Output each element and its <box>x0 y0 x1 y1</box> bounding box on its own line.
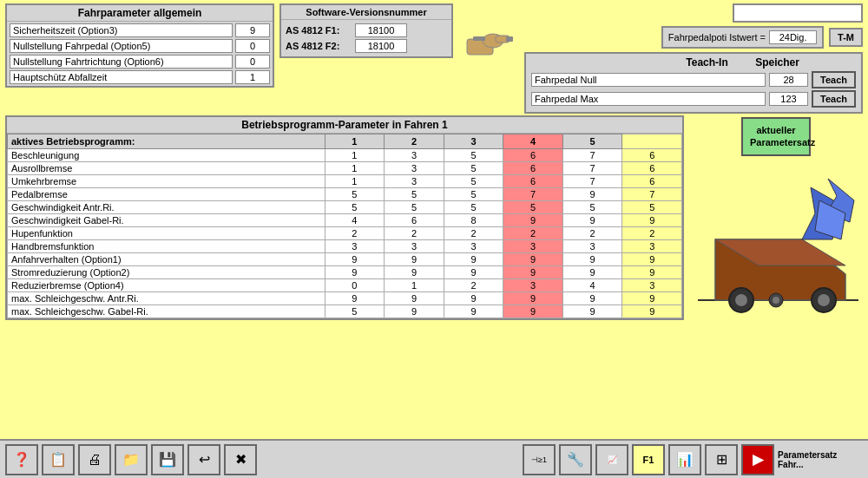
cell-1-3[interactable]: 6 <box>503 162 563 175</box>
cell-7-3[interactable]: 3 <box>503 240 563 253</box>
cell-6-1[interactable]: 2 <box>385 227 444 240</box>
cell-4-3[interactable]: 5 <box>503 201 563 214</box>
cell-0-1[interactable]: 3 <box>385 149 444 162</box>
cell-10-0[interactable]: 0 <box>325 279 385 292</box>
fahrparameter-box: Fahrparameter allgemein Sicherheitszeit … <box>5 3 274 88</box>
cell-6-0[interactable]: 2 <box>325 227 385 240</box>
cell-1-2[interactable]: 5 <box>444 162 503 175</box>
f1-button[interactable]: F1 <box>632 444 665 475</box>
cell-0-4[interactable]: 7 <box>562 149 622 162</box>
back-button[interactable]: ↩ <box>187 444 220 475</box>
cell-11-4[interactable]: 9 <box>562 292 622 305</box>
document-icon: 📋 <box>49 451 67 468</box>
cell-5-3[interactable]: 9 <box>503 214 563 227</box>
cell-3-4[interactable]: 9 <box>562 188 622 201</box>
help-button[interactable]: ❓ <box>5 444 38 475</box>
cell-9-3[interactable]: 9 <box>503 266 563 279</box>
cell-5-1[interactable]: 6 <box>385 214 444 227</box>
cancel-button[interactable]: ✖ <box>224 444 257 475</box>
row-label-1: Ausrollbremse <box>8 162 326 175</box>
cell-7-4[interactable]: 3 <box>562 240 622 253</box>
cell-3-3[interactable]: 7 <box>503 188 563 201</box>
cell-12-4[interactable]: 9 <box>562 305 622 318</box>
cell-11-3[interactable]: 9 <box>503 292 563 305</box>
cell-8-4[interactable]: 9 <box>562 253 622 266</box>
cancel-icon: ✖ <box>235 451 247 468</box>
cell-7-0[interactable]: 3 <box>325 240 385 253</box>
top-display-input[interactable] <box>733 3 863 23</box>
cell-0-2[interactable]: 5 <box>444 149 503 162</box>
save-icon: 💾 <box>159 451 176 468</box>
cell-9-1[interactable]: 9 <box>385 266 444 279</box>
teach-button-1[interactable]: Teach <box>812 90 856 108</box>
cell-11-0[interactable]: 9 <box>325 292 385 305</box>
cell-12-0[interactable]: 5 <box>325 305 385 318</box>
cell-5-4[interactable]: 9 <box>562 214 622 227</box>
teach-button-0[interactable]: Teach <box>812 71 856 88</box>
cell-3-1[interactable]: 5 <box>385 188 444 201</box>
cell-12-1[interactable]: 9 <box>385 305 444 318</box>
chart-button[interactable]: 📈 <box>595 444 628 475</box>
cell-2-4[interactable]: 7 <box>562 175 622 188</box>
cell-2-1[interactable]: 3 <box>385 175 444 188</box>
cell-8-3[interactable]: 9 <box>503 253 563 266</box>
cell-6-2[interactable]: 2 <box>444 227 503 240</box>
cell-2-2[interactable]: 5 <box>444 175 503 188</box>
cell-7-1[interactable]: 3 <box>385 240 444 253</box>
cell-4-2[interactable]: 5 <box>444 201 503 214</box>
cell-2-0[interactable]: 1 <box>325 175 385 188</box>
cell-5-2[interactable]: 8 <box>444 214 503 227</box>
cell-4-4[interactable]: 5 <box>562 201 622 214</box>
cell-9-0[interactable]: 9 <box>325 266 385 279</box>
cell-10-1[interactable]: 1 <box>385 279 444 292</box>
cell-9-4[interactable]: 9 <box>562 266 622 279</box>
wrench-button[interactable]: 🔧 <box>559 444 592 475</box>
cell-11-1[interactable]: 9 <box>385 292 444 305</box>
cell-8-0[interactable]: 9 <box>325 253 385 266</box>
cell-1-1[interactable]: 3 <box>385 162 444 175</box>
teach-row-0: Fahrpedal Null 28 Teach <box>531 71 856 88</box>
cell-0-3[interactable]: 6 <box>503 149 563 162</box>
cell-5-0[interactable]: 4 <box>325 214 385 227</box>
cell-10-4[interactable]: 4 <box>562 279 622 292</box>
cell-9-2[interactable]: 9 <box>444 266 503 279</box>
step-button[interactable]: ⊣≥1 <box>523 444 556 475</box>
cell-4-1[interactable]: 5 <box>385 201 444 214</box>
fahrparam-value-3[interactable]: 1 <box>235 70 270 84</box>
cell-12-3[interactable]: 9 <box>503 305 563 318</box>
cell-0-0[interactable]: 1 <box>325 149 385 162</box>
document-button[interactable]: 📋 <box>42 444 75 475</box>
cell-6-4[interactable]: 2 <box>562 227 622 240</box>
aktueller-parametersatz-button[interactable]: aktueller Parametersatz <box>741 117 811 156</box>
cell-8-2[interactable]: 9 <box>444 253 503 266</box>
cell-1-4[interactable]: 7 <box>562 162 622 175</box>
cell-4-0[interactable]: 5 <box>325 201 385 214</box>
cell-10-3[interactable]: 3 <box>503 279 563 292</box>
nav-button[interactable]: ▶ <box>741 444 774 475</box>
fahrparam-value-1[interactable]: 0 <box>235 39 270 53</box>
cell-2-3[interactable]: 6 <box>503 175 563 188</box>
cell-12-2[interactable]: 9 <box>444 305 503 318</box>
row-label-8: Anfahrverhalten (Option1) <box>8 253 326 266</box>
fahrparam-value-0[interactable]: 9 <box>235 23 270 37</box>
table-row: Hupenfunktion222222 <box>8 227 682 240</box>
cell-10-2[interactable]: 2 <box>444 279 503 292</box>
graph-button[interactable]: 📊 <box>668 444 701 475</box>
cell-3-0[interactable]: 5 <box>325 188 385 201</box>
cell-7-2[interactable]: 3 <box>444 240 503 253</box>
sw-label-1: AS 4812 F2: <box>286 41 355 51</box>
cell-11-2[interactable]: 9 <box>444 292 503 305</box>
cell-extra-8: 9 <box>622 253 682 266</box>
folder-button[interactable]: 📁 <box>115 444 148 475</box>
cell-6-3[interactable]: 2 <box>503 227 563 240</box>
tm-button[interactable]: T-M <box>829 28 863 47</box>
grid-button[interactable]: ⊞ <box>705 444 738 475</box>
save-button[interactable]: 💾 <box>151 444 184 475</box>
cell-8-1[interactable]: 9 <box>385 253 444 266</box>
fahrparam-value-2[interactable]: 0 <box>235 55 270 69</box>
sw-row-1: AS 4812 F2: 18100 <box>286 39 447 53</box>
table-row: Stromreduzierung (Option2)999999 <box>8 266 682 279</box>
cell-3-2[interactable]: 5 <box>444 188 503 201</box>
print-button[interactable]: 🖨 <box>78 444 111 475</box>
cell-1-0[interactable]: 1 <box>325 162 385 175</box>
